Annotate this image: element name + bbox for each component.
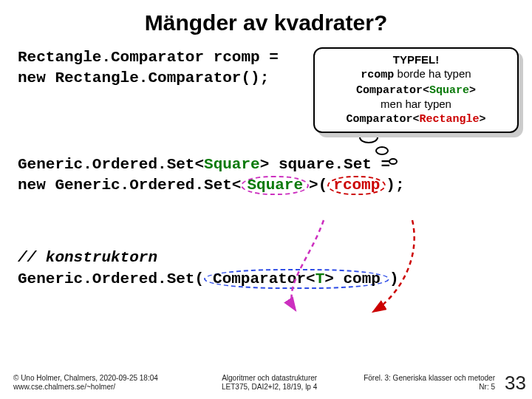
code-text: Generic.Ordered.Set< [18,156,204,173]
callout-text: borde ha typen [394,67,471,80]
slide-title: Mängder av kvadrater? [0,0,532,43]
code-text: new Generic.Ordered.Set< [18,177,241,194]
code-text: Generic.Ordered.Set( [18,270,204,287]
page-number: 33 [505,372,526,395]
code-text: ); [386,177,404,194]
code-text: >( [309,177,327,194]
code-block-3: // konstruktorn Generic.Ordered.Set(Comp… [18,248,514,290]
code-text: ) [389,270,399,287]
callout-but: men har typen [319,98,513,112]
code-text: > square.Set = [260,156,390,173]
code-square: Square [204,156,260,173]
callout-type-bad-b: Rectangle [420,113,480,126]
footer-nr: Nr: 5 [364,383,495,392]
oval-T: T [316,270,325,287]
callout-heading: TYPFEL! [393,53,440,66]
footer-course: Algoritmer och datastrukturer [222,374,317,383]
callout-type-bad-a: Comparator< [346,113,419,126]
oval-comparator-a: Comparator< [213,270,316,287]
oval-square: Square [247,177,303,194]
callout-rcomp: rcomp [361,69,394,81]
footer-url: www.cse.chalmers.se/~holmer/ [13,383,158,392]
callout-type-good-c: > [469,84,476,97]
speech-bubble-tail-icon [375,146,389,155]
footer-topic: Förel. 3: Generiska klasser och metoder [364,374,495,383]
callout-type-bad-c: > [480,113,486,126]
callout-type-good-b: Square [429,84,469,97]
code-block-2: Generic.Ordered.Set<Square> square.Set =… [18,154,514,197]
oval-rcomp: rcomp [333,177,380,194]
footer-author: © Uno Holmer, Chalmers, 2020-09-25 18:04 [13,374,158,383]
speech-bubble-tail-icon [389,158,398,165]
footer-course-code: LET375, DAI2+I2, 18/19, lp 4 [222,383,317,392]
callout-type-good-a: Comparator< [356,84,429,97]
code-comment: // konstruktorn [18,248,514,268]
oval-comparator-b: > comp [324,270,381,287]
callout-bubble: TYPFEL! rcomp borde ha typen Comparator<… [313,47,519,133]
